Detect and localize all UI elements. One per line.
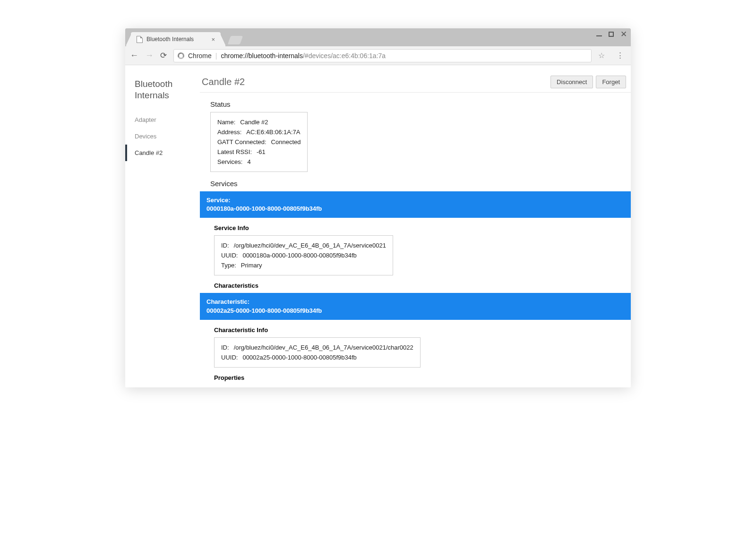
page-title: Candle #2 xyxy=(202,77,245,87)
status-heading: Status xyxy=(210,100,631,108)
sidebar-item-devices[interactable]: Devices xyxy=(125,128,200,145)
url-host: chrome://bluetooth-internals xyxy=(221,52,303,60)
close-tab-icon[interactable]: × xyxy=(211,36,215,43)
status-section: Status NameCandle #2 AddressAC:E6:4B:06:… xyxy=(200,93,631,172)
service-type-label: Type xyxy=(221,262,236,269)
sidebar-title: Bluetooth Internals xyxy=(125,78,200,111)
bookmark-star-icon[interactable]: ☆ xyxy=(598,51,605,60)
sidebar-item-adapter[interactable]: Adapter xyxy=(125,111,200,128)
new-tab-button[interactable] xyxy=(228,36,243,44)
services-heading: Services xyxy=(210,180,631,188)
characteristic-label: Characteristic xyxy=(206,298,249,305)
services-section: Services xyxy=(200,172,631,188)
status-address-label: Address xyxy=(217,129,241,136)
back-button[interactable]: ← xyxy=(130,51,138,60)
status-address-value: AC:E6:4B:06:1A:7A xyxy=(246,129,300,136)
tab-title: Bluetooth Internals xyxy=(146,36,194,43)
tab-strip: Bluetooth Internals × ✕ xyxy=(125,28,631,46)
forget-button[interactable]: Forget xyxy=(596,76,626,88)
status-name-value: Candle #2 xyxy=(240,119,268,126)
properties-heading: Properties xyxy=(214,374,631,381)
service-id-value: /org/bluez/hci0/dev_AC_E6_4B_06_1A_7A/se… xyxy=(234,242,386,249)
close-window-icon[interactable]: ✕ xyxy=(620,30,627,38)
forward-button[interactable]: → xyxy=(145,51,154,60)
maximize-icon[interactable] xyxy=(609,32,614,37)
service-uuid: 0000180a-0000-1000-8000-00805f9b34fb xyxy=(206,205,322,212)
service-uuid-value: 0000180a-0000-1000-8000-00805f9b34fb xyxy=(242,252,356,259)
browser-window: Bluetooth Internals × ✕ ← → ⟳ Chrome | c… xyxy=(125,28,631,387)
char-id-value: /org/bluez/hci0/dev_AC_E6_4B_06_1A_7A/se… xyxy=(234,344,413,351)
status-rssi-value: -61 xyxy=(257,148,266,155)
window-controls: ✕ xyxy=(596,30,627,38)
address-bar[interactable]: Chrome | chrome://bluetooth-internals/#d… xyxy=(173,49,592,62)
char-id-label: ID xyxy=(221,344,229,351)
service-id-label: ID xyxy=(221,242,229,249)
char-uuid-value: 00002a25-0000-1000-8000-00805f9b34fb xyxy=(242,354,356,361)
status-rssi-label: Latest RSSI xyxy=(217,148,252,155)
reload-button[interactable]: ⟳ xyxy=(160,51,167,60)
url-path: /#devices/ac:e6:4b:06:1a:7a xyxy=(303,52,386,60)
minimize-icon[interactable] xyxy=(596,33,602,36)
status-box: NameCandle #2 AddressAC:E6:4B:06:1A:7A G… xyxy=(210,112,308,172)
browser-tab[interactable]: Bluetooth Internals × xyxy=(131,32,221,46)
status-name-label: Name xyxy=(217,119,235,126)
service-info-heading: Service Info xyxy=(214,224,631,231)
service-type-value: Primary xyxy=(241,262,262,269)
page-body: Bluetooth Internals Adapter Devices Cand… xyxy=(125,65,631,387)
char-uuid-label: UUID xyxy=(221,354,238,361)
page-icon xyxy=(137,36,143,43)
characteristic-header[interactable]: Characteristic 00002a25-0000-1000-8000-0… xyxy=(200,293,631,319)
status-gatt-label: GATT Connected xyxy=(217,138,266,146)
properties-section: Properties xyxy=(200,368,631,381)
characteristic-uuid: 00002a25-0000-1000-8000-00805f9b34fb xyxy=(206,307,322,314)
chrome-icon xyxy=(178,52,184,59)
url-divider: | xyxy=(215,52,217,60)
page-header: Candle #2 Disconnect Forget xyxy=(200,76,631,93)
toolbar: ← → ⟳ Chrome | chrome://bluetooth-intern… xyxy=(125,46,631,65)
characteristic-info-section: Characteristic Info ID/org/bluez/hci0/de… xyxy=(200,320,631,368)
main-content: Candle #2 Disconnect Forget Status NameC… xyxy=(200,65,631,387)
service-uuid-label: UUID xyxy=(221,252,238,259)
characteristic-info-box: ID/org/bluez/hci0/dev_AC_E6_4B_06_1A_7A/… xyxy=(214,337,421,368)
status-services-value: 4 xyxy=(247,158,250,165)
service-header[interactable]: Service 0000180a-0000-1000-8000-00805f9b… xyxy=(200,191,631,218)
service-info-section: Service Info ID/org/bluez/hci0/dev_AC_E6… xyxy=(200,218,631,275)
url-scheme: Chrome xyxy=(188,52,212,60)
service-info-box: ID/org/bluez/hci0/dev_AC_E6_4B_06_1A_7A/… xyxy=(214,235,393,275)
characteristics-section: Characteristics xyxy=(200,275,631,289)
disconnect-button[interactable]: Disconnect xyxy=(550,76,593,88)
sidebar-item-candle2[interactable]: Candle #2 xyxy=(125,145,200,161)
characteristic-info-heading: Characteristic Info xyxy=(214,326,631,334)
status-gatt-value: Connected xyxy=(271,138,301,146)
status-services-label: Services xyxy=(217,158,242,165)
service-label: Service xyxy=(206,197,231,204)
browser-menu-icon[interactable]: ⋮ xyxy=(614,51,626,60)
characteristics-heading: Characteristics xyxy=(214,282,631,289)
sidebar: Bluetooth Internals Adapter Devices Cand… xyxy=(125,65,200,387)
